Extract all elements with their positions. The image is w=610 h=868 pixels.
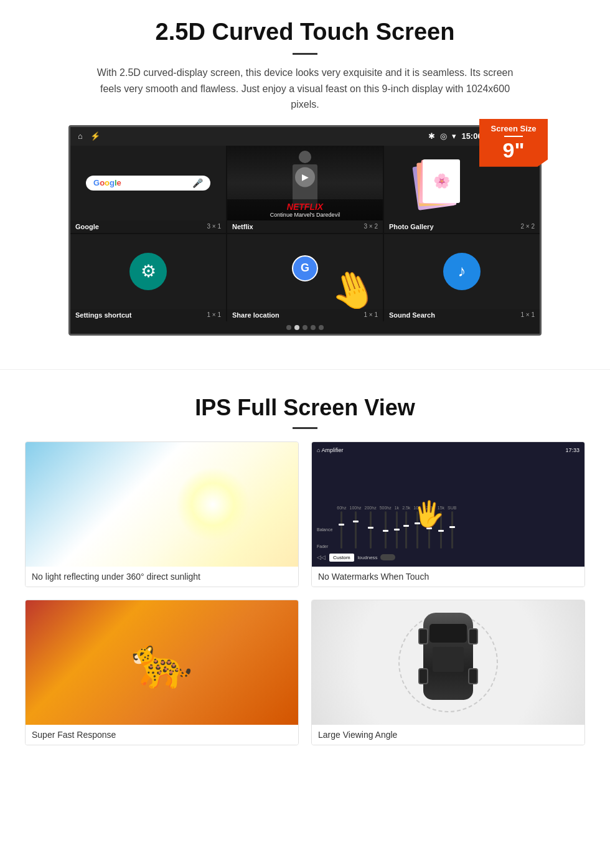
settings-icon-circle: ⚙ [129,253,167,290]
sound-icon-circle: ♪ [443,253,481,290]
amp-footer: ◁◁ Custom loudness [317,554,580,562]
feature-item-amplifier: ⌂ Amplifier 17:33 Balance Fader 60hz [311,441,585,587]
netflix-app-size: 3 × 2 [364,223,378,230]
slider-handle-100 [353,521,359,522]
google-logo: Google [93,178,121,187]
indicator-dot-2 [294,325,299,330]
settings-thumb: ⚙ [70,234,226,309]
screen-indicator [70,321,540,334]
location-icon: ◎ [440,131,447,141]
bluetooth-icon: ✱ [428,131,435,141]
home-icon[interactable]: ⌂ [78,131,83,141]
amp-loudness-toggle[interactable] [380,554,395,560]
indicator-dot-1 [286,325,291,330]
slider-handle-sub [449,526,455,528]
gallery-app-name: Photo Gallery [389,223,434,230]
sound-label: Sound Search 1 × 1 [384,309,540,321]
section2-title: IPS Full Screen View [25,395,585,421]
slider-1k[interactable] [396,511,398,549]
amp-labels-left: Balance Fader [317,527,332,549]
amp-freq-2k5: 2.5k [402,506,410,549]
share-thumb: G 🤚 [227,234,383,309]
app-cell-google[interactable]: Google 🎤 Google 3 × 1 [70,146,226,233]
screen-mockup: Screen Size 9" ⌂ ⚡ ✱ ◎ ▾ 15:06 ⊡ ◁) ✕ [68,125,542,336]
car-wheel-front-right [468,628,478,644]
gallery-app-size: 2 × 2 [520,223,535,230]
amp-loudness: loudness [358,554,395,560]
feature-item-sunlight: No light reflecting under 360° direct su… [25,441,299,587]
slider-60[interactable] [340,511,342,549]
slider-handle-60 [339,524,344,526]
google-thumb: Google 🎤 [70,146,226,220]
app-cell-netflix[interactable]: ▶ NETFLIX Continue Marvel's Daredevil Ne… [227,146,383,233]
amp-sliders: 60hz 100hz 200hz [337,506,580,549]
section1-subtitle: With 2.5D curved-display screen, this de… [93,65,517,113]
badge-title: Screen Size [483,124,544,133]
google-app-size: 3 × 1 [207,223,221,230]
amp-freq-sub: SUB [448,506,456,549]
netflix-thumb: ▶ NETFLIX Continue Marvel's Daredevil [227,146,383,220]
google-mic-icon[interactable]: 🎤 [192,178,203,188]
slider-sub[interactable] [451,511,453,549]
play-button[interactable]: ▶ [295,167,315,187]
slider-500[interactable] [385,511,387,549]
car-body [423,613,473,700]
google-app-name: Google [75,223,99,230]
netflix-background: ▶ NETFLIX Continue Marvel's Daredevil [227,146,383,220]
netflix-app-name: Netflix [232,223,253,230]
app-cell-share[interactable]: G 🤚 Share location 1 × 1 [227,234,383,321]
netflix-label: Netflix 3 × 2 [227,220,383,233]
cheetah-caption: Super Fast Response [26,725,298,745]
settings-app-size: 1 × 1 [207,311,221,318]
amp-time: 17:33 [565,447,580,453]
google-label: Google 3 × 1 [70,220,226,233]
status-bar: ⌂ ⚡ ✱ ◎ ▾ 15:06 ⊡ ◁) ✕ ▭ [70,127,540,146]
slider-handle-1k [394,529,400,531]
amp-freq-500: 500hz [380,506,392,549]
amp-back-icon[interactable]: ◁◁ [317,554,326,560]
settings-app-name: Settings shortcut [75,311,131,319]
car-windshield [429,624,467,643]
amp-freq-10k: 10k 🖐 [413,506,420,549]
amp-home-icon: ⌂ Amplifier [317,447,343,453]
car-wheel-front-left [418,628,428,644]
feature-item-cheetah: 🐆 Super Fast Response [25,600,299,745]
slider-200[interactable] [370,511,372,549]
share-app-size: 1 × 1 [364,311,378,318]
netflix-subtitle: Continue Marvel's Daredevil [232,212,378,218]
sound-thumb: ♪ [384,234,540,309]
feature-item-car: Large Viewing Angle [311,600,585,745]
slider-2k5[interactable] [405,511,407,549]
flower-emoji: 🌸 [433,173,450,189]
netflix-overlay: NETFLIX Continue Marvel's Daredevil [227,199,383,220]
amplifier-image: ⌂ Amplifier 17:33 Balance Fader 60hz [312,442,584,567]
usb-icon: ⚡ [90,131,100,141]
amp-freq-1k: 1k [395,506,399,549]
sunlight-caption: No light reflecting under 360° direct su… [26,567,298,587]
section-curved-screen: 2.5D Curved Touch Screen With 2.5D curve… [0,0,610,351]
app-cell-settings[interactable]: ⚙ Settings shortcut 1 × 1 [70,234,226,321]
cheetah-icon: 🐆 [131,633,193,692]
wifi-icon: ▾ [452,131,456,141]
car-image [312,600,584,725]
settings-label: Settings shortcut 1 × 1 [70,309,226,321]
car-wheel-rear-right [468,668,478,684]
slider-100[interactable] [355,511,357,549]
share-app-name: Share location [232,311,279,319]
car-roof [433,647,464,672]
google-search-bar[interactable]: Google 🎤 [86,176,210,191]
app-cell-sound[interactable]: ♪ Sound Search 1 × 1 [384,234,540,321]
amp-custom-button[interactable]: Custom [329,554,354,562]
feature-grid: No light reflecting under 360° direct su… [25,441,585,745]
title-divider-2 [293,427,317,429]
indicator-dot-4 [311,325,316,330]
amp-bars: Balance Fader 60hz 100hz [317,456,580,551]
amplifier-caption: No Watermarks When Touch [312,567,584,587]
indicator-dot-3 [303,325,307,330]
maps-icon: G [289,253,321,290]
section-ips: IPS Full Screen View No light reflecting… [0,389,610,764]
amp-freq-60: 60hz [337,506,346,549]
hand-pointing-icon: 🤚 [324,261,383,309]
status-left: ⌂ ⚡ [78,131,100,141]
slider-handle-12k5 [426,527,432,529]
